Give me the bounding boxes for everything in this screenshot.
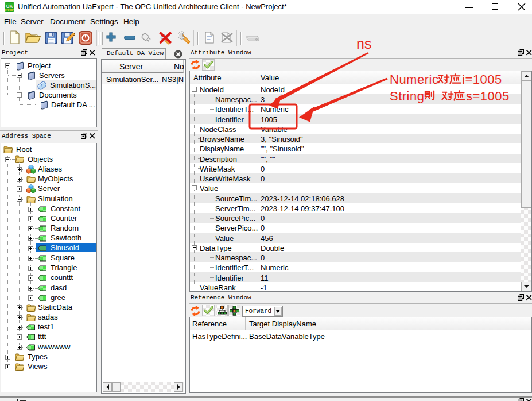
svg-text:i=1005: i=1005 — [462, 72, 502, 87]
svg-text:Numeric: Numeric — [390, 72, 438, 87]
svg-text:String: String — [390, 89, 424, 103]
svg-text:ns: ns — [356, 36, 371, 52]
svg-text:s=1005: s=1005 — [466, 89, 510, 103]
